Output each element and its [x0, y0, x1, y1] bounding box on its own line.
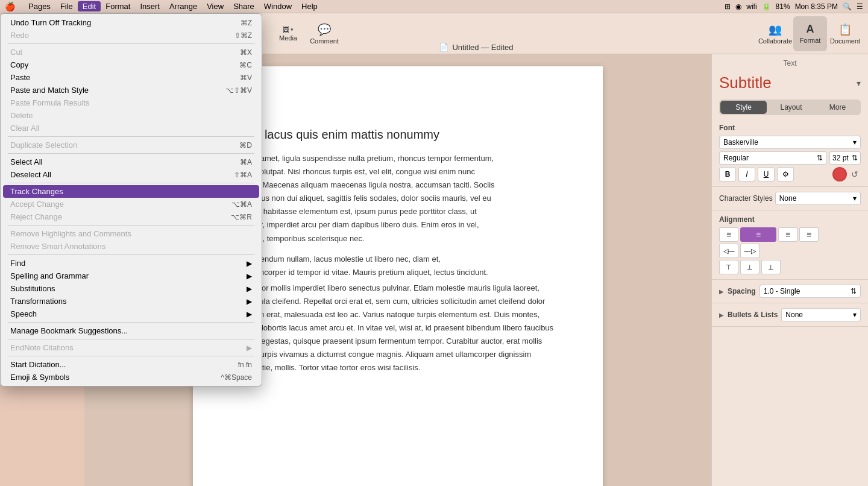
menu-item-cut: Cut⌘X: [3, 46, 259, 58]
font-size-input[interactable]: 32 pt ⇅: [829, 151, 861, 165]
font-family-select[interactable]: Baskerville ▾: [719, 136, 861, 149]
apple-menu[interactable]: 🍎: [5, 2, 15, 11]
control-center-icon[interactable]: ⊞: [725, 2, 731, 11]
indent-increase-button[interactable]: —▷: [740, 244, 760, 258]
menu-separator: [8, 356, 254, 356]
menu-item-endnote-citations: EndNote Citations▶: [3, 341, 259, 354]
menu-item-label: Accept Change: [10, 200, 231, 209]
menu-item-paste-formula-results: Paste Formula Results: [3, 96, 259, 109]
menubar-format[interactable]: Format: [101, 1, 135, 11]
align-right-button[interactable]: ≡: [778, 227, 797, 242]
document-title: Untitled — Edited: [452, 43, 513, 52]
toolbar-collaborate-button[interactable]: 👥 Collaborate: [758, 16, 792, 51]
menu-item-select-all[interactable]: Select All⌘A: [3, 156, 259, 168]
font-style-select[interactable]: Regular ⇅: [719, 151, 827, 165]
underline-button[interactable]: U: [758, 167, 775, 181]
menubar-pages[interactable]: Pages: [24, 1, 55, 11]
menu-item-label: Copy: [10, 60, 239, 69]
menu-item-start-dictation[interactable]: Start Dictation...fn fn: [3, 358, 259, 371]
menu-item-deselect-all[interactable]: Deselect All⇧⌘A: [3, 168, 259, 181]
char-styles-label: Character Styles: [719, 194, 773, 203]
gear-button[interactable]: ⚙: [777, 167, 794, 181]
wifi-icon[interactable]: wifi: [746, 2, 756, 11]
menu-item-label: Paste Formula Results: [10, 98, 252, 107]
menu-item-speech[interactable]: Speech▶: [3, 308, 259, 320]
align-justify-button[interactable]: ≡: [799, 227, 819, 242]
indent-decrease-button[interactable]: ◁—: [719, 244, 738, 258]
battery-icon[interactable]: 🔋: [762, 2, 771, 11]
menu-separator: [8, 43, 254, 44]
bold-button[interactable]: B: [719, 167, 736, 181]
menu-item-clear-all: Clear All: [3, 122, 259, 134]
char-styles-select[interactable]: None ▾: [775, 192, 861, 205]
font-color-swatch[interactable]: [832, 167, 847, 181]
align-left-button[interactable]: ≡: [719, 227, 738, 242]
valign-mid-button[interactable]: ⊥: [740, 260, 760, 274]
submenu-arrow-icon: ▶: [247, 297, 252, 306]
page-heading: d et lacus quis enim mattis nonummy: [241, 127, 555, 142]
toolbar-comment-button[interactable]: 💬 Comment: [307, 16, 341, 51]
submenu-arrow-icon: ▶: [247, 285, 252, 293]
bullets-select[interactable]: None ▾: [781, 308, 861, 321]
valign-bot-button[interactable]: ⊥: [761, 260, 781, 274]
spacing-section: ▶ Spacing 1.0 - Single ⇅: [712, 280, 868, 303]
menu-separator: [8, 339, 254, 339]
document-icon: 📄: [439, 43, 448, 52]
menu-shortcut: ⌘V: [240, 74, 252, 82]
menubar-edit[interactable]: Edit: [78, 1, 101, 11]
font-color-refresh[interactable]: ↺: [849, 168, 861, 180]
notification-icon[interactable]: ☰: [857, 2, 863, 11]
menu-item-label: Remove Smart Annotations: [10, 242, 252, 251]
comment-icon: 💬: [318, 23, 331, 36]
menu-item-delete: Delete: [3, 109, 259, 122]
menu-item-label: Undo Turn Off Tracking: [10, 18, 241, 27]
style-dropdown-arrow[interactable]: ▾: [857, 78, 861, 88]
bullets-expand-arrow[interactable]: ▶: [719, 312, 724, 318]
menu-item-label: Transformations: [10, 297, 247, 306]
valign-top-button[interactable]: ⊤: [719, 260, 738, 274]
menubar-view[interactable]: View: [202, 1, 228, 11]
tab-layout[interactable]: Layout: [768, 99, 814, 115]
battery-percent: 81%: [776, 2, 790, 11]
style-dropdown[interactable]: Subtitle ▾: [719, 74, 861, 92]
menu-item-substitutions[interactable]: Substitutions▶: [3, 282, 259, 295]
menu-item-label: Select All: [10, 157, 240, 166]
toolbar-format-button[interactable]: A Format: [793, 16, 827, 51]
menu-item-undo-turn-off-tracking[interactable]: Undo Turn Off Tracking⌘Z: [3, 16, 259, 29]
menubar-share[interactable]: Share: [228, 1, 259, 11]
italic-button[interactable]: I: [738, 167, 755, 181]
menu-item-label: Find: [10, 259, 247, 268]
menubar-insert[interactable]: Insert: [135, 1, 165, 11]
spacing-expand-arrow[interactable]: ▶: [719, 288, 724, 295]
align-center-button[interactable]: ≡: [740, 227, 776, 242]
menubar-right: ⊞ ◉ wifi 🔋 81% Mon 8:35 PM 🔍 ☰: [725, 2, 863, 11]
menu-item-paste-and-match-style[interactable]: Paste and Match Style⌥⇧⌘V: [3, 84, 259, 96]
spotlight-icon[interactable]: 🔍: [843, 2, 852, 11]
page-paragraph-4: . Arcu habitasse elementum est, ipsum pu…: [241, 205, 555, 218]
spacing-select[interactable]: 1.0 - Single ⇅: [760, 285, 861, 298]
menu-item-transformations[interactable]: Transformations▶: [3, 295, 259, 308]
menu-item-manage-bookmark-suggestions[interactable]: Manage Bookmark Suggestions...: [3, 324, 259, 337]
bullets-label: Bullets & Lists: [728, 311, 778, 319]
siri-icon[interactable]: ◉: [735, 2, 741, 11]
menu-item-find[interactable]: Find▶: [3, 257, 259, 270]
tab-style[interactable]: Style: [720, 101, 767, 114]
menubar-arrange[interactable]: Arrange: [165, 1, 202, 11]
menu-separator: [8, 322, 254, 323]
toolbar-media-button[interactable]: 🖼 ▾ Media: [271, 16, 305, 51]
menu-item-emoji--symbols[interactable]: Emoji & Symbols^⌘Space: [3, 371, 259, 383]
toolbar-document-button[interactable]: 📋 Document: [828, 16, 862, 51]
menu-shortcut: ⌘Z: [241, 19, 252, 27]
menubar-help[interactable]: Help: [297, 1, 322, 11]
menu-item-paste[interactable]: Paste⌘V: [3, 71, 259, 84]
menubar-file[interactable]: File: [55, 1, 78, 11]
page-paragraph-9: Porttitor mollis imperdiet libero senect…: [241, 282, 555, 375]
menu-item-label: Track Changes: [10, 187, 252, 196]
menu-item-track-changes[interactable]: Track Changes: [3, 185, 259, 198]
menu-item-label: Clear All: [10, 124, 252, 133]
menu-item-label: Paste: [10, 73, 240, 82]
menubar-window[interactable]: Window: [259, 1, 297, 11]
tab-more[interactable]: More: [814, 99, 861, 115]
menu-item-spelling-and-grammar[interactable]: Spelling and Grammar▶: [3, 270, 259, 282]
menu-item-copy[interactable]: Copy⌘C: [3, 58, 259, 71]
